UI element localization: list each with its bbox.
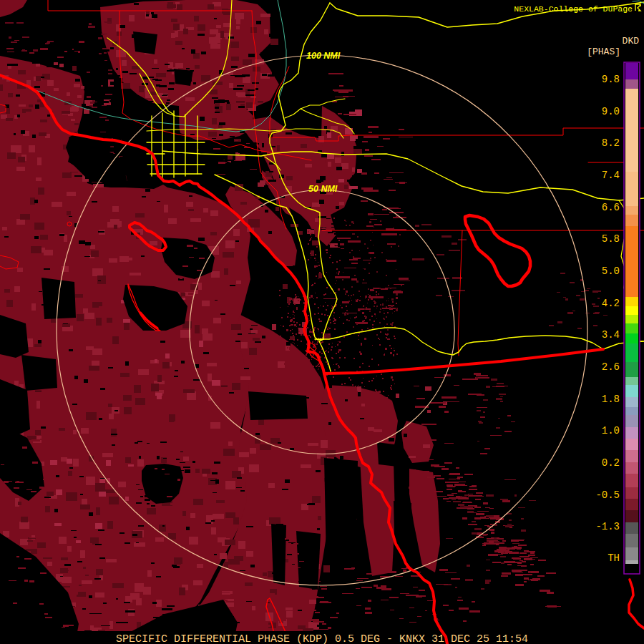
svg-text:9.8: 9.8 <box>602 74 620 85</box>
svg-text:7.4: 7.4 <box>602 170 620 181</box>
svg-text:0.2: 0.2 <box>602 457 620 469</box>
svg-text:SPECIFIC DIFFERENTIAL PHASE (K: SPECIFIC DIFFERENTIAL PHASE (KDP) 0.5 DE… <box>116 633 528 644</box>
svg-text:100 NMI: 100 NMI <box>306 51 341 61</box>
svg-text:3.4: 3.4 <box>602 329 620 341</box>
svg-text:5.8: 5.8 <box>602 233 620 245</box>
svg-text:1.0: 1.0 <box>602 425 620 436</box>
svg-text:-0.5: -0.5 <box>595 489 620 501</box>
svg-text:TH: TH <box>608 552 620 564</box>
svg-text:DKD: DKD <box>623 36 640 47</box>
svg-text:5.0: 5.0 <box>602 265 620 277</box>
svg-text:9.0: 9.0 <box>602 106 620 117</box>
svg-text:4.2: 4.2 <box>602 298 620 309</box>
svg-text:-1.3: -1.3 <box>595 521 620 532</box>
svg-text:NEXLAB-College of DuPage: NEXLAB-College of DuPage <box>514 4 633 14</box>
svg-text:2.6: 2.6 <box>602 361 620 373</box>
svg-text:50 NMI: 50 NMI <box>308 184 338 194</box>
svg-text:6.6: 6.6 <box>602 202 620 213</box>
svg-text:[PHAS]: [PHAS] <box>587 47 620 57</box>
svg-text:8.2: 8.2 <box>602 137 620 149</box>
svg-text:1.8: 1.8 <box>602 394 620 405</box>
